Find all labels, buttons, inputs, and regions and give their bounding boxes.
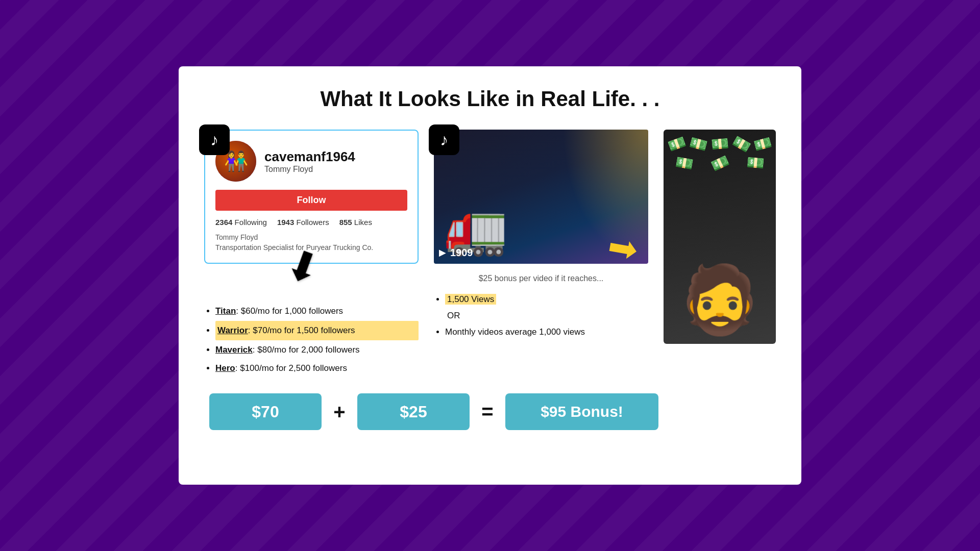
tier-list: Titan: $60/mo for 1,000 followers Warrio… [204,303,419,377]
list-item: Maverick: $80/mo for 2,000 followers [215,341,419,359]
money-bill: 💵 [688,134,709,155]
money-bill: 💵 [666,133,688,155]
arrow-container: ⬇ [204,264,419,294]
eq-plus: + [332,400,347,423]
tier-name-3: Hero [215,363,235,373]
tier-detail-1: : $70/mo for 1,500 followers [248,325,355,335]
bonus-bullet-0: 1,500 Views [445,294,496,305]
slide-title: What It Looks Like in Real Life. . . [204,87,776,111]
money-bill: 💵 [752,134,773,155]
money-bill: 💵 [729,132,753,156]
list-item: 1,500 Views [445,291,648,308]
middle-column: ♪ ▶ 1909 ⬅ $25 bonus per video if it rea… [434,130,648,340]
stats-row: 2364 Following 1943 Followers 855 Likes [215,218,407,227]
bonus-caption: $25 bonus per video if it reaches... [434,274,648,283]
tier-bullets: Titan: $60/mo for 1,000 followers Warrio… [204,303,419,377]
eq-mid-value: $25 [400,403,427,421]
list-item: OR [445,308,648,324]
list-item: Warrior: $70/mo for 1,500 followers [215,321,419,340]
likes-stat: 855 Likes [339,218,372,227]
following-stat: 2364 Following [215,218,267,227]
left-column: ♪ cavemanf1964 Tommy Floyd Follow [204,130,419,378]
bonus-bullets: 1,500 Views OR Monthly videos average 1,… [434,291,648,341]
play-icon[interactable]: ▶ [439,247,446,258]
money-rain: 💵 💵 💵 💵 💵 💵 💵 💵 [664,135,776,172]
eq-equals: = [480,400,495,423]
money-bill: 💵 [708,152,731,174]
list-item: Titan: $60/mo for 1,000 followers [215,303,419,320]
tiktok-icon-mid: ♪ [440,131,448,149]
profile-card: cavemanf1964 Tommy Floyd Follow 2364 Fol… [204,130,419,264]
eq-mid-box: $25 [357,393,470,430]
eq-result-value: $95 Bonus! [541,403,623,420]
follow-button[interactable]: Follow [215,190,407,211]
content-row: ♪ cavemanf1964 Tommy Floyd Follow [204,130,776,378]
profile-username: cavemanf1964 [264,149,355,165]
profile-info: cavemanf1964 Tommy Floyd [264,149,355,174]
video-controls: ▶ 1909 [439,247,473,259]
tiktok-badge-mid: ♪ [429,124,459,155]
view-count: 1909 [450,247,473,259]
tiktok-badge-left: ♪ [199,124,230,155]
tier-detail-2: : $80/mo for 2,000 followers [253,345,360,355]
list-item: Hero: $100/mo for 2,500 followers [215,360,419,377]
tier-name-2: Maverick [215,345,253,355]
main-slide: What It Looks Like in Real Life. . . ♪ c… [179,66,801,485]
list-item: Monthly videos average 1,000 views [445,324,648,340]
right-column: 💵 💵 💵 💵 💵 💵 💵 💵 🧔 [664,130,776,344]
tier-detail-3: : $100/mo for 2,500 followers [235,363,347,373]
money-bill: 💵 [674,153,694,173]
tier-name-0: Titan [215,306,236,316]
yellow-arrow-right: ⬅ [604,224,641,263]
money-bill: 💵 [746,154,765,172]
followers-stat: 1943 Followers [277,218,329,227]
tier-name-1: Warrior [217,325,248,335]
profile-realname: Tommy Floyd [264,165,355,174]
eq-result-box: $95 Bonus! [505,393,658,430]
money-bill: 💵 [710,135,729,154]
video-thumbnail: ▶ 1909 ⬅ [434,130,648,264]
person-emoji: 🧔 [678,261,761,339]
tier-detail-0: : $60/mo for 1,000 followers [236,306,343,316]
profile-header: cavemanf1964 Tommy Floyd [215,141,407,182]
equation-row: $70 + $25 = $95 Bonus! [204,393,776,430]
person-image: 💵 💵 💵 💵 💵 💵 💵 💵 🧔 [664,130,776,344]
eq-left-box: $70 [209,393,322,430]
eq-left-value: $70 [252,403,279,421]
tiktok-icon-left: ♪ [210,131,218,149]
